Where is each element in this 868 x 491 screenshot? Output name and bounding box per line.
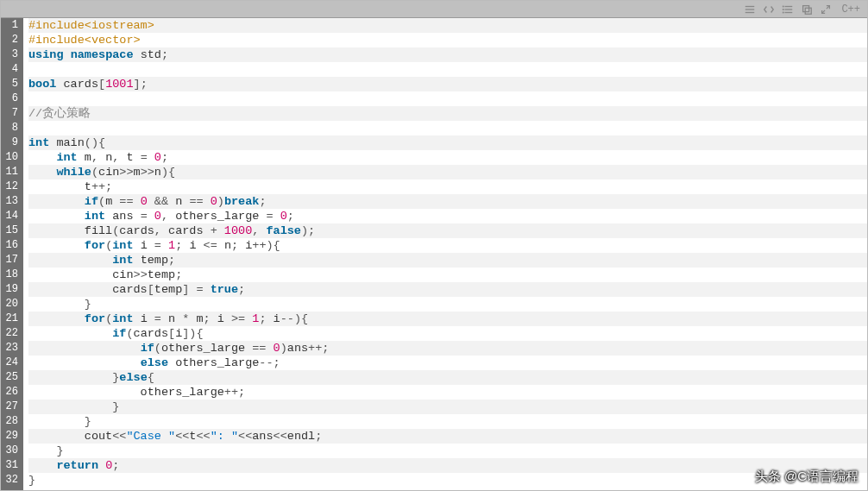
- code-line[interactable]: bool cards[1001];: [28, 77, 867, 91]
- code-line[interactable]: [28, 91, 867, 106]
- code-line[interactable]: for(int i = 1; i <= n; i++){: [28, 238, 867, 253]
- code-line[interactable]: }: [28, 414, 867, 429]
- code-line[interactable]: #include<vector>: [28, 33, 867, 47]
- token-punct: >>: [134, 268, 148, 281]
- svg-point-8: [783, 12, 784, 13]
- line-number: 25: [4, 370, 18, 385]
- token-punct: ];: [134, 78, 148, 91]
- token-ident: i: [217, 312, 231, 325]
- token-ident: cards: [168, 224, 211, 237]
- token-ident: temp: [154, 283, 182, 296]
- code-line[interactable]: else others_large--;: [28, 356, 867, 370]
- line-number: 17: [4, 253, 18, 268]
- token-ident: [28, 298, 85, 311]
- token-keyword: else: [119, 371, 147, 384]
- token-ident: [28, 459, 56, 472]
- code-line[interactable]: others_large++;: [28, 385, 867, 400]
- token-ident: temp: [134, 254, 169, 267]
- code-line[interactable]: cin>>temp;: [28, 268, 867, 282]
- token-punct: ] =: [182, 283, 210, 296]
- token-punct: >=: [231, 312, 252, 325]
- code-line[interactable]: int m, n, t = 0;: [28, 150, 867, 165]
- token-punct: ;: [204, 312, 217, 325]
- code-line[interactable]: fill(cards, cards + 1000, false);: [28, 223, 867, 238]
- code-line[interactable]: if(m == 0 && n == 0)break;: [28, 194, 867, 209]
- code-line[interactable]: t++;: [28, 179, 867, 194]
- token-punct: ++;: [308, 342, 329, 355]
- token-punct: (: [154, 342, 161, 355]
- token-punct: --;: [259, 356, 280, 369]
- token-punct: ): [217, 195, 224, 208]
- expand-icon[interactable]: [819, 3, 833, 16]
- code-line[interactable]: }else{: [28, 370, 867, 385]
- code-line[interactable]: return 0;: [28, 458, 867, 473]
- token-ident: [28, 210, 85, 223]
- token-ident: [28, 400, 112, 413]
- code-line[interactable]: while(cin>>m>>n){: [28, 165, 867, 179]
- token-punct: =: [141, 151, 154, 164]
- token-number: 0: [211, 195, 217, 208]
- token-keyword: if: [85, 195, 98, 208]
- token-punct: {: [148, 371, 154, 384]
- code-line[interactable]: }: [28, 444, 867, 458]
- token-punct: ;: [161, 48, 168, 61]
- token-ident: ans: [252, 430, 273, 443]
- token-ident: n: [154, 166, 161, 179]
- code-line[interactable]: int main(){: [28, 135, 867, 150]
- token-ident: [28, 312, 85, 325]
- code-line[interactable]: cout<<"Case "<<t<<": "<<ans<<endl;: [28, 429, 867, 444]
- token-punct: ,: [154, 224, 168, 237]
- token-punct: ;: [259, 195, 266, 208]
- line-number: 23: [4, 341, 18, 356]
- token-ident: [28, 166, 56, 179]
- token-punct: ;: [287, 210, 294, 223]
- token-ident: others_large: [168, 356, 259, 369]
- code-line[interactable]: if(cards[i]){: [28, 326, 867, 341]
- token-punct: <<: [112, 430, 126, 443]
- token-ident: [28, 415, 85, 428]
- code-line[interactable]: #include<iostream>: [28, 18, 867, 33]
- copy-icon[interactable]: [800, 3, 814, 16]
- token-preproc: #include<vector>: [28, 34, 141, 47]
- code-area[interactable]: #include<iostream>#include<vector>using …: [23, 18, 867, 490]
- code-line[interactable]: }: [28, 473, 867, 488]
- token-ident: temp: [148, 268, 175, 281]
- token-punct: >>: [119, 166, 133, 179]
- token-number: 0: [154, 210, 161, 223]
- token-punct: ;: [175, 239, 189, 252]
- token-punct: ;: [175, 268, 182, 281]
- code-line[interactable]: //贪心策略: [28, 106, 867, 121]
- line-number: 29: [4, 429, 18, 444]
- token-ident: others_large: [161, 342, 252, 355]
- code-line[interactable]: cards[temp] = true;: [28, 282, 867, 297]
- list-icon[interactable]: [781, 3, 795, 16]
- code-line[interactable]: }: [28, 297, 867, 312]
- code-line[interactable]: using namespace std;: [28, 47, 867, 62]
- line-number: 16: [4, 238, 18, 253]
- code-line[interactable]: [28, 62, 867, 77]
- token-comment: //贪心策略: [28, 107, 91, 120]
- token-punct: --){: [280, 312, 308, 325]
- token-punct: <=: [204, 239, 224, 252]
- token-ident: [28, 195, 85, 208]
- token-keyword: int: [112, 239, 133, 252]
- menu-icon[interactable]: [743, 3, 757, 16]
- code-line[interactable]: int temp;: [28, 253, 867, 268]
- token-ident: cin: [98, 166, 119, 179]
- line-number: 26: [4, 385, 18, 400]
- code-line[interactable]: [28, 121, 867, 135]
- code-line[interactable]: int ans = 0, others_large = 0;: [28, 209, 867, 223]
- token-keyword: for: [85, 239, 105, 252]
- code-line[interactable]: for(int i = n * m; i >= 1; i--){: [28, 312, 867, 326]
- token-ident: cards: [28, 283, 148, 296]
- line-number: 12: [4, 179, 18, 194]
- code-editor[interactable]: 1234567891011121314151617181920212223242…: [1, 18, 867, 490]
- token-ident: [148, 195, 154, 208]
- code-icon[interactable]: [762, 3, 776, 16]
- line-number: 20: [4, 297, 18, 312]
- token-keyword: using: [28, 48, 64, 61]
- code-line[interactable]: if(others_large == 0)ans++;: [28, 341, 867, 356]
- token-punct: <<: [196, 430, 210, 443]
- token-punct: =: [154, 239, 168, 252]
- code-line[interactable]: }: [28, 400, 867, 414]
